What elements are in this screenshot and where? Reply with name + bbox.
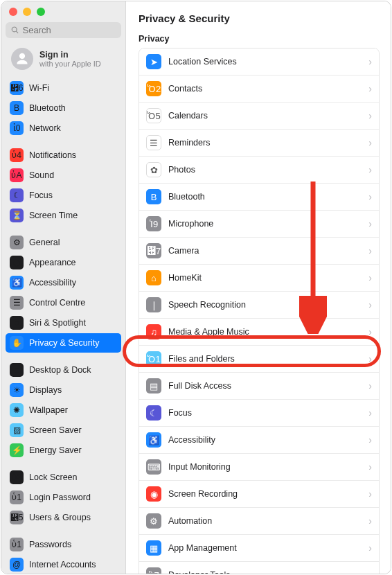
chevron-right-icon: › <box>368 218 372 229</box>
row-location[interactable]: ➤Location Services› <box>139 48 379 76</box>
row-accessibility2[interactable]: ♿Accessibility› <box>139 427 379 454</box>
row-label: Calendars <box>168 111 362 121</box>
automation-icon: ⚙ <box>146 513 161 529</box>
sidebar: Sign in with your Apple ID ὏6Wi-FiBBluet… <box>1 1 126 574</box>
chevron-right-icon: › <box>368 434 372 445</box>
chevron-right-icon: › <box>368 56 372 67</box>
sidebar-item-screentime[interactable]: ⏳Screen Time <box>6 206 121 225</box>
sidebar-item-wifi[interactable]: ὏6Wi-Fi <box>6 78 121 98</box>
sidebar-item-displays[interactable]: ☀Displays <box>6 380 121 400</box>
row-label: Screen Recording <box>168 489 362 499</box>
privacy-list: ➤Location Services›Ὅ2Contacts›Ὄ5Calendar… <box>139 48 380 574</box>
row-focus2[interactable]: ☾Focus› <box>139 400 379 427</box>
row-fulldisk[interactable]: ▤Full Disk Access› <box>139 373 379 400</box>
filesfolders-icon: Ὄ1 <box>146 351 161 366</box>
row-label: Files and Folders <box>168 354 362 364</box>
chevron-right-icon: › <box>368 353 372 364</box>
row-media[interactable]: ♫Media & Apple Music› <box>139 319 379 346</box>
sidebar-item-siri[interactable]: ●Siri & Spotlight <box>6 313 121 333</box>
privacy-icon: ✋ <box>10 336 24 350</box>
row-calendars[interactable]: Ὄ5Calendars› <box>139 103 379 130</box>
sidebar-item-appearance[interactable]: ◐Appearance <box>6 253 121 272</box>
avatar <box>11 48 33 70</box>
sidebar-item-network[interactable]: ἱ0Network <box>6 118 121 138</box>
minimize-window[interactable] <box>23 8 31 16</box>
sidebar-item-bluetooth[interactable]: BBluetooth <box>6 98 121 118</box>
sidebar-item-notifications[interactable]: ὑ4Notifications <box>6 145 121 165</box>
sidebar-item-accessibility[interactable]: ♿Accessibility <box>6 273 121 292</box>
desktop-icon: ■ <box>10 363 24 377</box>
row-microphone[interactable]: Ἱ9Microphone› <box>139 211 379 238</box>
chevron-right-icon: › <box>368 569 372 574</box>
row-camera[interactable]: ὏7Camera› <box>139 238 379 265</box>
sidebar-item-usersgroups[interactable]: ὆5Users & Groups <box>6 508 121 527</box>
sidebar-item-label: Control Centre <box>29 298 85 308</box>
microphone-icon: Ἱ9 <box>146 216 161 231</box>
row-screenrec[interactable]: ◉Screen Recording› <box>139 481 379 508</box>
sidebar-item-controlcentre[interactable]: ☰Control Centre <box>6 293 121 312</box>
sidebar-item-screensaver[interactable]: ▨Screen Saver <box>6 421 121 440</box>
sidebar-item-label: Notifications <box>29 150 76 160</box>
chevron-right-icon: › <box>368 164 372 175</box>
lockscreen-icon: ὑ2 <box>10 470 24 484</box>
camera-icon: ὏7 <box>146 243 161 258</box>
speech-icon: ❘ <box>146 297 161 312</box>
search-input[interactable] <box>23 25 116 35</box>
screentime-icon: ⏳ <box>10 209 24 222</box>
controlcentre-icon: ☰ <box>10 296 24 310</box>
wifi-icon: ὏6 <box>10 81 24 95</box>
row-label: Contacts <box>168 84 362 94</box>
sidebar-item-desktop[interactable]: ■Desktop & Dock <box>6 360 121 380</box>
sidebar-item-label: Desktop & Dock <box>29 365 91 375</box>
sidebar-item-wallpaper[interactable]: ✺Wallpaper <box>6 400 121 420</box>
chevron-right-icon: › <box>368 110 372 121</box>
row-photos[interactable]: ✿Photos› <box>139 157 379 184</box>
usersgroups-icon: ὆5 <box>10 511 24 524</box>
energy-icon: ⚡ <box>10 443 24 457</box>
row-label: Developer Tools <box>168 570 362 574</box>
sidebar-item-label: General <box>29 238 60 247</box>
chevron-right-icon: › <box>368 488 372 499</box>
row-devtools[interactable]: ὒ7Developer Tools› <box>139 562 379 574</box>
chevron-right-icon: › <box>368 299 372 310</box>
sidebar-item-sound[interactable]: ὐASound <box>6 166 121 185</box>
search-field[interactable] <box>6 22 121 38</box>
row-inputmon[interactable]: ⌨Input Monitoring› <box>139 454 379 481</box>
accessibility2-icon: ♿ <box>146 432 161 448</box>
chevron-right-icon: › <box>368 245 372 256</box>
row-speech[interactable]: ❘Speech Recognition› <box>139 292 379 319</box>
row-reminders[interactable]: ☰Reminders› <box>139 130 379 157</box>
sidebar-item-lockscreen[interactable]: ὑ2Lock Screen <box>6 468 121 487</box>
zoom-window[interactable] <box>37 8 45 16</box>
settings-window: Sign in with your Apple ID ὏6Wi-FiBBluet… <box>1 1 391 574</box>
row-label: Automation <box>168 516 362 526</box>
general-icon: ⚙ <box>10 236 24 249</box>
sidebar-item-internetacc[interactable]: @Internet Accounts <box>6 555 121 574</box>
row-appmgmt[interactable]: ▦App Management› <box>139 535 379 562</box>
chevron-right-icon: › <box>368 380 372 391</box>
accessibility-icon: ♿ <box>10 276 24 290</box>
sidebar-item-focus[interactable]: ☾Focus <box>6 186 121 205</box>
sidebar-item-energy[interactable]: ⚡Energy Saver <box>6 441 121 460</box>
row-automation[interactable]: ⚙Automation› <box>139 508 379 535</box>
signin-subtitle: with your Apple ID <box>39 60 101 68</box>
sidebar-item-general[interactable]: ⚙General <box>6 233 121 252</box>
sidebar-item-privacy[interactable]: ✋Privacy & Security <box>6 333 121 353</box>
notifications-icon: ὑ4 <box>10 148 24 162</box>
row-label: Microphone <box>168 219 362 229</box>
sidebar-item-passwords[interactable]: ὑ1Passwords <box>6 535 121 554</box>
row-filesfolders[interactable]: Ὄ1Files and Folders› <box>139 346 379 373</box>
internetacc-icon: @ <box>10 558 24 572</box>
row-label: Photos <box>168 165 362 175</box>
sidebar-item-label: Lock Screen <box>29 472 77 482</box>
sidebar-item-loginpw[interactable]: ὑ1Login Password <box>6 488 121 507</box>
row-bluetooth[interactable]: BBluetooth› <box>139 184 379 211</box>
row-contacts[interactable]: Ὅ2Contacts› <box>139 76 379 103</box>
displays-icon: ☀ <box>10 383 24 397</box>
homekit-icon: ⌂ <box>146 270 161 285</box>
row-homekit[interactable]: ⌂HomeKit› <box>139 265 379 292</box>
close-window[interactable] <box>9 8 17 16</box>
sidebar-item-label: Network <box>29 123 61 133</box>
signin-row[interactable]: Sign in with your Apple ID <box>6 44 121 74</box>
row-label: Accessibility <box>168 435 362 445</box>
